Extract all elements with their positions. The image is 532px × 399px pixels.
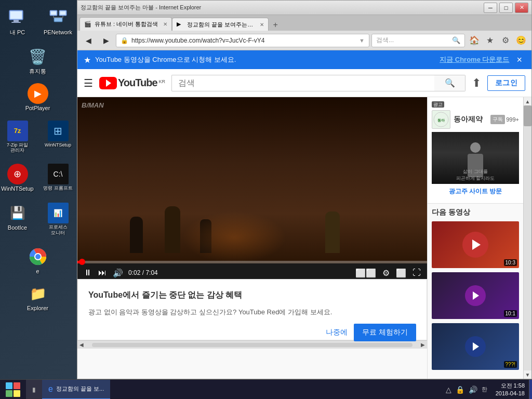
next-video-3[interactable]: ???! xyxy=(432,323,519,370)
desktop-icon-winntsetup[interactable]: ⊞ WinNTSetup xyxy=(39,118,77,156)
address-dropdown[interactable]: ▼ xyxy=(359,37,365,44)
figure-4 xyxy=(325,211,340,253)
popup-try-button[interactable]: 무료 체험하기 xyxy=(354,324,416,341)
tab-naver-close[interactable]: ✕ xyxy=(163,21,167,27)
desktop-icon-potplayer-label: PotPlayer xyxy=(25,105,50,112)
scroll-track[interactable] xyxy=(524,105,531,370)
desktop-icon-potplayer[interactable]: ▶ PotPlayer xyxy=(19,81,57,114)
video-progress-bar[interactable] xyxy=(77,261,427,263)
desktop-icon-7zip[interactable]: 7z 7-Zip 파일관리자 xyxy=(0,118,36,156)
next-video-3-duration: ???! xyxy=(504,361,517,368)
search-icon[interactable]: 🔍 xyxy=(452,36,460,44)
taskbar: ▮ e 정교함의 끝을 보... △ 🔒 🔊 한 오전 1:58 2018-04… xyxy=(0,379,532,399)
new-tab-button[interactable]: + xyxy=(269,19,282,31)
horizontal-scroll-track[interactable] xyxy=(92,343,413,347)
desktop-icon-chrome[interactable]: e xyxy=(19,244,57,277)
desktop-icon-cmd[interactable]: C:\ 명령 프롬프트 xyxy=(39,162,77,194)
desktop-icon-winntsetup-label: WinNTSetup xyxy=(45,142,71,148)
video-miniplayer-button[interactable]: ⬜ xyxy=(395,267,407,279)
video-volume-button[interactable]: 🔊 xyxy=(112,267,124,279)
nav-action-buttons: 🏠 ★ ⚙ 😊 xyxy=(467,33,528,48)
scroll-thumb[interactable] xyxy=(524,105,531,126)
chrome-promo-text: YouTube 동영상을 Chrome으로 시청해 보세요. xyxy=(95,55,435,64)
ad-subscribe-count: 999+ xyxy=(506,116,519,123)
taskbar-time: 오전 1:58 xyxy=(496,382,525,389)
ad-company-row: 동아 동아제약 구독 999+ xyxy=(432,110,519,129)
svg-rect-3 xyxy=(10,11,22,19)
chrome-promo-star-icon: ★ xyxy=(84,55,91,65)
youtube-login-button[interactable]: 로그인 xyxy=(487,75,525,91)
youtube-logo[interactable]: YouTube KR xyxy=(99,77,165,89)
next-video-1[interactable]: 10:3 xyxy=(432,221,519,268)
desktop-icon-my-pc[interactable]: 내 PC xyxy=(0,5,36,38)
yt-menu-icon[interactable]: ☰ xyxy=(84,77,93,89)
tray-network-icon[interactable]: 🔒 xyxy=(456,385,464,394)
youtube-upload-button[interactable]: ⬆ xyxy=(472,76,481,90)
video-watermark: B/MAN xyxy=(82,101,104,109)
next-video-2[interactable]: 10:1 xyxy=(432,272,519,319)
video-subtitles-button[interactable]: ⬜⬜ xyxy=(354,267,377,279)
youtube-search-button[interactable]: 🔍 xyxy=(434,75,466,91)
youtube-header-actions: ⬆ 로그인 xyxy=(472,75,525,91)
maximize-button[interactable]: □ xyxy=(499,3,513,13)
taskbar-cmd-button[interactable]: ▮ xyxy=(26,380,42,400)
desktop-icon-area: 내 PC PENetwork xyxy=(0,0,75,379)
home-button[interactable]: 🏠 xyxy=(467,33,482,48)
scroll-up-arrow[interactable]: ▲ xyxy=(524,97,532,105)
forward-button[interactable]: ▶ xyxy=(98,33,114,48)
play-icon-2 xyxy=(473,291,479,300)
next-video-3-thumb-icon xyxy=(465,336,486,357)
scroll-down-arrow[interactable]: ▼ xyxy=(524,370,532,379)
ad-thumbnail[interactable]: 삶이 그대를피곤하게 할지라도 xyxy=(432,132,519,184)
back-button[interactable]: ◀ xyxy=(81,33,96,48)
youtube-search-input[interactable] xyxy=(171,75,434,91)
popup-later-button[interactable]: 나중에 xyxy=(326,324,348,341)
tab-bar: 🎬 유튜브 : 네이버 통합검색 ✕ ▶ 정교함의 끝을 보여주는 마블 ...… xyxy=(77,15,531,31)
video-frame[interactable]: B/MAN xyxy=(77,97,427,263)
tab-youtube-close[interactable]: ✕ xyxy=(260,22,264,28)
video-fullscreen-button[interactable]: ⛶ xyxy=(411,267,422,278)
video-pause-button[interactable]: ⏸ xyxy=(83,267,93,278)
svg-text:동아: 동아 xyxy=(437,118,445,122)
close-button[interactable]: ✕ xyxy=(515,3,528,13)
video-settings-button[interactable]: ⚙ xyxy=(381,267,391,279)
desktop-icon-aimp4[interactable]: ⊕ WinNTSetup xyxy=(0,162,36,194)
tab-youtube[interactable]: ▶ 정교함의 끝을 보여주는 마블 ... ✕ xyxy=(172,18,269,31)
video-next-button[interactable]: ⏭ xyxy=(97,267,108,278)
tray-speaker-icon[interactable]: 🔊 xyxy=(469,385,477,394)
next-video-2-duration: 10:1 xyxy=(504,310,517,317)
next-video-label: 다음 동영상 xyxy=(432,208,519,217)
show-desktop-button[interactable] xyxy=(529,380,532,400)
tray-show-icons[interactable]: △ xyxy=(446,385,451,394)
chrome-promo-close-button[interactable]: × xyxy=(513,54,525,66)
start-button[interactable] xyxy=(0,380,26,400)
settings-button[interactable]: ⚙ xyxy=(498,33,513,48)
chrome-download-link[interactable]: 지금 Chrome 다운로드 xyxy=(440,55,509,64)
search-bar[interactable]: 검색... 🔍 xyxy=(371,34,465,47)
desktop-icon-pe-network[interactable]: PENetwork xyxy=(39,5,77,38)
popup-title: YouTube에서 즐기는 중단 없는 감상 혜택 xyxy=(88,290,416,301)
ad-subscribe-label[interactable]: 구독 xyxy=(490,115,505,124)
title-bar: 정교함의 끝을 보여주는 마블 - Internet Explorer ─ □ … xyxy=(77,1,531,15)
desktop-icon-bootice[interactable]: 💾 BootIce xyxy=(0,201,36,238)
scroll-left-arrow[interactable]: ◀ xyxy=(79,342,84,348)
favorites-button[interactable]: ★ xyxy=(483,33,497,48)
emoji-button[interactable]: 😊 xyxy=(514,33,528,48)
desktop-icon-recycle-bin[interactable]: 🗑️ 휴지통 xyxy=(19,44,57,77)
tray-ime-icon[interactable]: 한 xyxy=(482,385,487,393)
address-bar[interactable]: 🔒 https://www.youtube.com/watch?v=JucVc-… xyxy=(116,34,369,47)
taskbar-ie-button[interactable]: e 정교함의 끝을 보... xyxy=(42,380,110,400)
desktop-icon-process-monitor-label: 프로세스모니터 xyxy=(49,224,68,236)
taskbar-date: 2018-04-18 xyxy=(496,390,525,397)
video-total-time: 7:04 xyxy=(145,269,157,276)
start-icon xyxy=(6,382,20,397)
scroll-right-arrow[interactable]: ▶ xyxy=(421,342,425,348)
desktop-icon-process-monitor[interactable]: 📊 프로세스모니터 xyxy=(39,201,77,238)
window-controls: ─ □ ✕ xyxy=(484,3,528,13)
minimize-button[interactable]: ─ xyxy=(484,3,497,13)
ad-visit-link[interactable]: 광고주 사이트 방문 xyxy=(432,184,519,199)
address-text: https://www.youtube.com/watch?v=JucVc-F-… xyxy=(131,37,356,44)
tab-naver[interactable]: 🎬 유튜브 : 네이버 통합검색 ✕ xyxy=(79,17,172,31)
search-placeholder: 검색... xyxy=(376,36,452,45)
desktop-icon-explorer[interactable]: 📁 Explorer xyxy=(19,281,57,314)
